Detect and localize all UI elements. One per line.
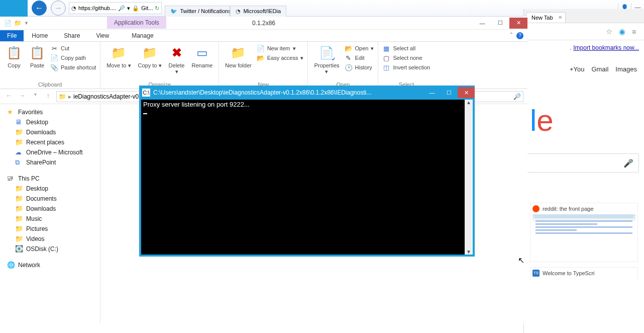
edit-button[interactable]: ✎Edit <box>345 53 374 62</box>
properties-button[interactable]: 📄Properties▾ <box>312 44 341 75</box>
nav-this-pc[interactable]: 🖳This PC <box>0 174 100 184</box>
nav-pc-videos[interactable]: 📁Videos <box>0 234 100 244</box>
copy-button[interactable]: 📋Copy <box>4 44 24 69</box>
collapse-ribbon-icon[interactable]: ˆ <box>510 32 512 39</box>
manage-tab[interactable]: Manage <box>124 30 161 41</box>
copy-path-button[interactable]: 📄Copy path <box>50 53 96 62</box>
import-bookmarks-link[interactable]: Import bookmarks now... <box>573 44 639 51</box>
forward-button[interactable]: → <box>17 92 27 102</box>
forward-button[interactable]: → <box>51 1 66 16</box>
mv-tile-typescript[interactable]: TSWelcome to TypeScri <box>530 267 638 281</box>
chrome-tab-new[interactable]: New Tab ✕ <box>526 12 566 23</box>
link-gmail[interactable]: Gmail <box>591 65 608 73</box>
view-tab[interactable]: View <box>88 30 117 41</box>
chrome-toolbar: ☆ ◉ ≡ <box>524 23 644 40</box>
cut-button[interactable]: ✂Cut <box>50 44 96 53</box>
select-none-button[interactable]: ▢Select none <box>382 53 430 62</box>
address-text: https://github.... <box>78 5 116 11</box>
maximize-button[interactable]: ☐ <box>441 87 458 98</box>
console-body[interactable]: Proxy server listening on port 9222... ▲… <box>141 100 473 255</box>
tile-label: Welcome to TypeScri <box>543 270 595 276</box>
google-logo-partial: le <box>530 103 644 138</box>
search-input[interactable]: 🎤 <box>524 153 639 173</box>
application-tools-tab[interactable]: Application Tools <box>107 17 166 29</box>
star-icon[interactable]: ☆ <box>606 27 615 36</box>
close-icon[interactable]: ✕ <box>558 15 562 20</box>
microphone-icon[interactable]: 🎤 <box>623 158 633 168</box>
qat-dropdown-icon[interactable]: ▼ <box>24 21 29 26</box>
home-tab[interactable]: Home <box>24 30 56 41</box>
ribbon-tabs: File Home Share View Manage ˆ ? <box>0 30 527 42</box>
scroll-down-icon[interactable]: ▼ <box>466 249 471 255</box>
nav-favorites[interactable]: ★Favorites <box>0 107 100 117</box>
ribbon-group-select: ▦Select all ▢Select none ◫Invert selecti… <box>378 42 434 89</box>
recent-button[interactable]: ▾ <box>30 92 40 102</box>
close-button[interactable]: ✕ <box>458 87 475 98</box>
back-button[interactable]: ← <box>4 92 14 102</box>
copy-to-button[interactable]: 📁Copy to ▾ <box>136 44 164 69</box>
ie-window-edge <box>0 0 28 17</box>
console-window: C:\ C:\Users\andster\Desktop\ieDiagnosti… <box>139 86 475 257</box>
nav-sharepoint[interactable]: ⧉SharePoint <box>0 157 100 168</box>
rename-button[interactable]: ▭Rename <box>190 44 215 69</box>
minimize-button[interactable]: — <box>473 18 491 29</box>
dropdown-icon[interactable]: ▾ <box>127 5 130 12</box>
nav-desktop[interactable]: 🖥Desktop <box>0 117 100 127</box>
console-scrollbar[interactable]: ▲ ▼ <box>465 100 473 255</box>
window-title: 0.1.2x86 <box>252 20 275 27</box>
mv-tile-reddit[interactable]: reddit: the front page <box>530 203 638 262</box>
chrome-window: New Tab ✕ ☆ ◉ ≡ . Import bookmarks now..… <box>523 9 644 333</box>
file-tab[interactable]: File <box>0 30 24 41</box>
address-bar[interactable]: ◔ https://github.... 🔎 ▾ 🔒 Git... ↻ <box>69 2 162 14</box>
new-item-button[interactable]: 📄New item ▾ <box>257 44 304 53</box>
move-to-button[interactable]: 📁Move to ▾ <box>104 44 133 69</box>
nav-pc-desktop[interactable]: 📁Desktop <box>0 184 100 194</box>
invert-selection-button[interactable]: ◫Invert selection <box>382 63 430 72</box>
menu-icon[interactable]: ≡ <box>632 27 641 36</box>
window-buttons: — ☐ ✕ <box>473 18 527 29</box>
link-images[interactable]: Images <box>615 65 637 73</box>
nav-onedrive[interactable]: ☁OneDrive – Microsoft <box>0 147 100 157</box>
paste-button[interactable]: 📋Paste <box>27 44 47 69</box>
nav-recent[interactable]: 📁Recent places <box>0 137 100 147</box>
back-button[interactable]: ← <box>32 1 47 16</box>
qat-folder-icon[interactable]: 📁 <box>14 20 22 27</box>
minimize-button[interactable]: — <box>423 87 441 98</box>
open-button[interactable]: 📂Open ▾ <box>345 44 374 53</box>
ribbon: 📋Copy 📋Paste ✂Cut 📄Copy path 📎Paste shor… <box>0 42 527 89</box>
delete-button[interactable]: ✖Delete▾ <box>167 44 187 75</box>
ie-tabstrip: 🐦 Twitter / Notifications ◔ Microsoft/IE… <box>165 0 286 17</box>
tile-thumbnail <box>532 214 635 260</box>
nav-pc-downloads[interactable]: 📁Downloads <box>0 204 100 214</box>
close-button[interactable]: ✕ <box>509 18 527 29</box>
new-folder-button[interactable]: 📁New folder <box>223 44 254 69</box>
github-icon: ◔ <box>71 5 76 12</box>
nav-pc-music[interactable]: 📁Music <box>0 214 100 224</box>
scroll-up-icon[interactable]: ▲ <box>466 100 471 105</box>
typescript-icon: TS <box>532 270 540 277</box>
titlebar: 📄 📁 ▼ Application Tools 0.1.2x86 — ☐ ✕ <box>0 17 527 30</box>
share-tab[interactable]: Share <box>56 30 88 41</box>
github-icon: ◔ <box>236 8 241 15</box>
nav-pc-osdisk[interactable]: 💽OSDisk (C:) <box>0 244 100 254</box>
ie-tab-twitter[interactable]: 🐦 Twitter / Notifications <box>165 6 230 17</box>
paste-shortcut-button[interactable]: 📎Paste shortcut <box>50 63 96 72</box>
nav-network[interactable]: 🌐Network <box>0 260 100 270</box>
ie-tab-microsoft[interactable]: ◔ Microsoft/IEDia <box>230 6 286 17</box>
history-button[interactable]: 🕑History <box>345 63 374 72</box>
nav-pc-documents[interactable]: 📁Documents <box>0 194 100 204</box>
nav-pc-pictures[interactable]: 📁Pictures <box>0 224 100 234</box>
help-icon[interactable]: ? <box>516 32 523 39</box>
select-all-button[interactable]: ▦Select all <box>382 44 430 53</box>
maximize-button[interactable]: ☐ <box>491 18 509 29</box>
link-you[interactable]: +You <box>570 65 585 73</box>
console-title: C:\Users\andster\Desktop\ieDiagnosticsAd… <box>153 89 423 96</box>
console-titlebar[interactable]: C:\ C:\Users\andster\Desktop\ieDiagnosti… <box>139 86 475 100</box>
refresh-icon[interactable]: ↻ <box>155 5 159 12</box>
nav-downloads[interactable]: 📁Downloads <box>0 127 100 137</box>
up-button[interactable]: ↑ <box>43 92 53 102</box>
qat-new-icon[interactable]: 📄 <box>4 20 12 27</box>
search-icon: 🔎 <box>118 5 125 12</box>
ie-extension-icon[interactable]: ◉ <box>619 27 628 36</box>
easy-access-button[interactable]: 📂Easy access ▾ <box>257 53 304 62</box>
